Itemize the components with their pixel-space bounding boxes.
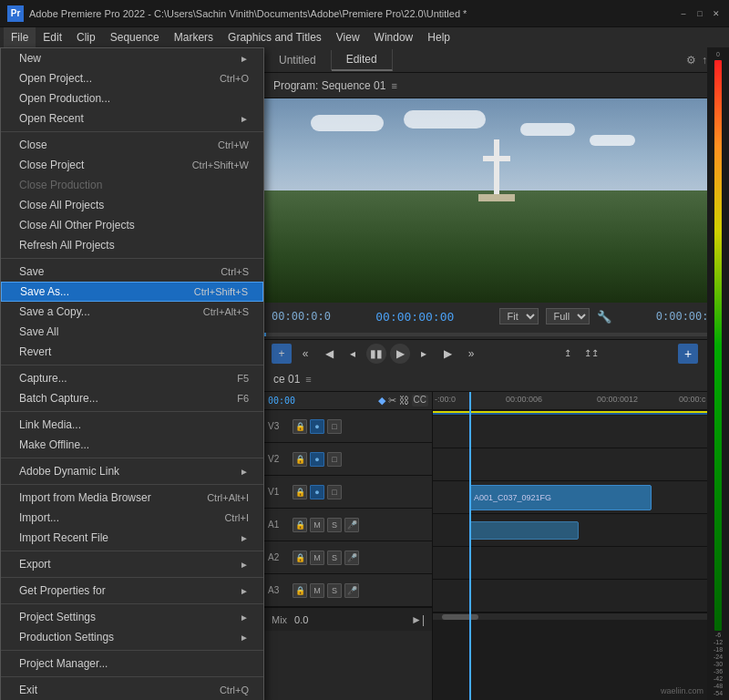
close-button[interactable]: ✕ [711,8,722,19]
track-v2-lock[interactable]: 🔒 [293,452,307,467]
next-edit-button[interactable]: ▸ [414,344,434,364]
panel-menu-icon[interactable]: ≡ [391,80,396,91]
track-a1-s[interactable]: S [327,518,342,532]
menu-batch-capture[interactable]: Batch Capture...F6 [1,388,263,408]
track-label-v3: V3 [268,421,290,431]
track-a3-m[interactable]: M [310,583,324,598]
menu-save-copy[interactable]: Save a Copy...Ctrl+Alt+S [1,302,263,322]
menu-dynamic-link[interactable]: Adobe Dynamic Link► [1,461,263,481]
tl-snap-icon[interactable]: ◆ [378,395,385,407]
track-a2-s[interactable]: S [327,551,342,565]
menu-window[interactable]: Window [367,27,421,47]
menu-get-properties[interactable]: Get Properties for► [1,581,263,601]
track-v1-lock[interactable]: 🔒 [293,485,307,499]
menu-clip[interactable]: Clip [69,27,103,47]
stop-button[interactable]: ▮▮ [366,344,386,364]
add-to-program-button[interactable]: + [272,344,292,364]
prev-frame-button[interactable]: ◀ [319,344,339,364]
menu-new[interactable]: New► [1,48,263,68]
menu-edit[interactable]: Edit [36,27,69,47]
video-clip-v1[interactable]: A001_C037_0921FG [469,485,652,510]
menu-import-recent[interactable]: Import Recent File► [1,528,263,548]
menu-open-recent[interactable]: Open Recent► [1,108,263,129]
tab-edited[interactable]: Edited [332,49,393,71]
mix-value: 0.0 [294,614,308,625]
ruler-mark-1: 00:00:006 [506,395,542,404]
skip-back-button[interactable]: « [295,344,315,364]
menu-close-production: Close Production [1,175,263,195]
menu-refresh-all[interactable]: Refresh All Projects [1,235,263,255]
timecode-left[interactable]: 00:00:0:0 [272,310,331,323]
separator-2 [1,258,263,259]
menu-sequence[interactable]: Sequence [103,27,167,47]
track-a2-m[interactable]: M [310,551,324,565]
menu-project-manager[interactable]: Project Manager... [1,654,263,674]
menu-save[interactable]: SaveCtrl+S [1,262,263,282]
scrollbar-thumb[interactable] [442,614,478,620]
track-v1-solo[interactable]: □ [327,485,342,499]
track-v2-solo[interactable]: □ [327,452,342,467]
track-v3-solo[interactable]: □ [327,419,342,434]
full-select[interactable]: Full [546,308,590,324]
tl-cc-icon[interactable]: CC [412,395,428,407]
menu-close[interactable]: CloseCtrl+W [1,135,263,155]
skip-fwd-button[interactable]: » [461,344,481,364]
menu-export[interactable]: Export► [1,554,263,574]
wrench-icon[interactable]: ⚙ [686,54,696,67]
menu-make-offline[interactable]: Make Offline... [1,435,263,455]
menu-link-media[interactable]: Link Media... [1,415,263,435]
scrub-bar[interactable] [264,330,729,339]
track-a3-lock[interactable]: 🔒 [293,583,307,598]
track-a3-mic[interactable]: 🎤 [344,583,359,598]
play-button[interactable]: ▶ [390,344,410,364]
timeline-menu-icon[interactable]: ≡ [305,374,311,385]
timeline-scrollbar-h[interactable] [433,612,729,620]
track-a1-lock[interactable]: 🔒 [293,518,307,532]
menu-markers[interactable]: Markers [167,27,221,47]
menu-capture[interactable]: Capture...F5 [1,368,263,388]
track-a1-mic[interactable]: 🎤 [344,518,359,532]
menu-file[interactable]: File [4,27,36,47]
menu-import[interactable]: Import...Ctrl+I [1,508,263,528]
tl-razor-icon[interactable]: ✂ [388,395,396,407]
tl-timecode-display: 00:00 [268,396,295,406]
menu-close-project[interactable]: Close ProjectCtrl+Shift+W [1,155,263,175]
track-v1-eye[interactable]: ● [310,485,324,499]
menu-help[interactable]: Help [420,27,457,47]
lift-button[interactable]: ↥ [558,344,578,364]
tab-untitled[interactable]: Untitled [264,50,332,70]
menu-close-all-other[interactable]: Close All Other Projects [1,215,263,235]
track-a1-m[interactable]: M [310,518,324,532]
track-a2-mic[interactable]: 🎤 [344,551,359,565]
track-v3-eye[interactable]: ● [310,419,324,434]
separator-5 [1,458,263,458]
next-frame-button[interactable]: ▶ [437,344,457,364]
track-a2-lock[interactable]: 🔒 [293,551,307,565]
menu-exit[interactable]: ExitCtrl+Q [1,680,263,700]
menu-project-settings[interactable]: Project Settings► [1,607,263,627]
audio-clip-a1[interactable] [469,521,579,540]
menu-graphics-titles[interactable]: Graphics and Titles [221,27,329,47]
mix-transport-icon[interactable]: ►| [411,613,425,626]
minimize-button[interactable]: – [678,8,689,19]
extract-button[interactable]: ↥↥ [581,344,601,364]
maximize-button[interactable]: □ [694,8,705,19]
menu-import-media-browser[interactable]: Import from Media BrowserCtrl+Alt+I [1,488,263,508]
add-marker-button[interactable]: + [678,344,698,364]
settings-icon[interactable]: 🔧 [597,310,611,324]
menu-open-production[interactable]: Open Production... [1,88,263,108]
track-v3-lock[interactable]: 🔒 [293,419,307,434]
tl-link-icon[interactable]: ⛓ [399,395,409,407]
menu-save-as[interactable]: Save As...Ctrl+Shift+S [1,282,263,302]
timecode-current[interactable]: 00:00:00:00 [375,310,454,324]
menu-production-settings[interactable]: Production Settings► [1,627,263,647]
menu-close-all-projects[interactable]: Close All Projects [1,195,263,215]
menu-revert[interactable]: Revert [1,342,263,362]
track-v2-eye[interactable]: ● [310,452,324,467]
fit-select[interactable]: Fit [499,308,539,324]
track-a3-s[interactable]: S [327,583,342,598]
menu-save-all[interactable]: Save All [1,322,263,342]
prev-edit-button[interactable]: ◂ [343,344,363,364]
menu-open-project[interactable]: Open Project...Ctrl+O [1,68,263,88]
menu-view[interactable]: View [329,27,367,47]
